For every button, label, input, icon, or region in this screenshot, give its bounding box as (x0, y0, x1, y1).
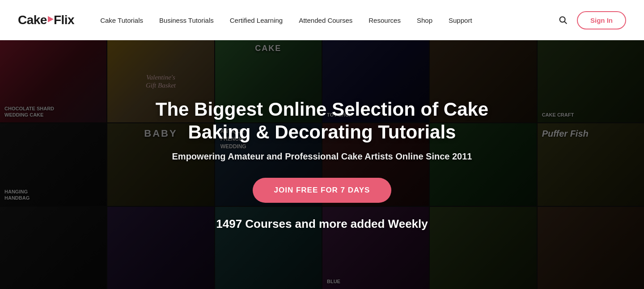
cta-button[interactable]: JOIN FREE FOR 7 DAYS (253, 178, 392, 203)
hero-section: CHOCOLATE SHARDWEDDING CAKE Valentine'sG… (0, 40, 644, 289)
nav-item-certified-learning[interactable]: Certified Learning (222, 17, 291, 24)
nav-item-cake-tutorials[interactable]: Cake Tutorials (92, 17, 151, 24)
hero-count: 1497 Courses and more added Weekly (216, 217, 428, 231)
header-actions: Sign In (558, 11, 626, 29)
logo-text: CakeFlix (18, 13, 74, 27)
nav-item-resources[interactable]: Resources (360, 17, 409, 24)
search-icon (558, 15, 568, 25)
site-header: CakeFlix Cake Tutorials Business Tutoria… (0, 0, 644, 40)
nav-item-business-tutorials[interactable]: Business Tutorials (151, 17, 222, 24)
signin-button[interactable]: Sign In (577, 11, 626, 29)
nav-item-support[interactable]: Support (441, 17, 480, 24)
nav-item-attended-courses[interactable]: Attended Courses (291, 17, 360, 24)
svg-line-1 (564, 21, 567, 24)
hero-subtitle: Empowering Amateur and Professional Cake… (172, 151, 472, 162)
hero-title: The Biggest Online Selection of Cake Bak… (130, 98, 514, 143)
main-nav: Cake Tutorials Business Tutorials Certif… (92, 17, 558, 24)
search-button[interactable] (558, 15, 568, 25)
hero-content: The Biggest Online Selection of Cake Bak… (0, 40, 644, 289)
logo-play (48, 16, 54, 22)
svg-point-0 (560, 17, 565, 22)
nav-item-shop[interactable]: Shop (409, 17, 441, 24)
logo[interactable]: CakeFlix (18, 13, 74, 27)
